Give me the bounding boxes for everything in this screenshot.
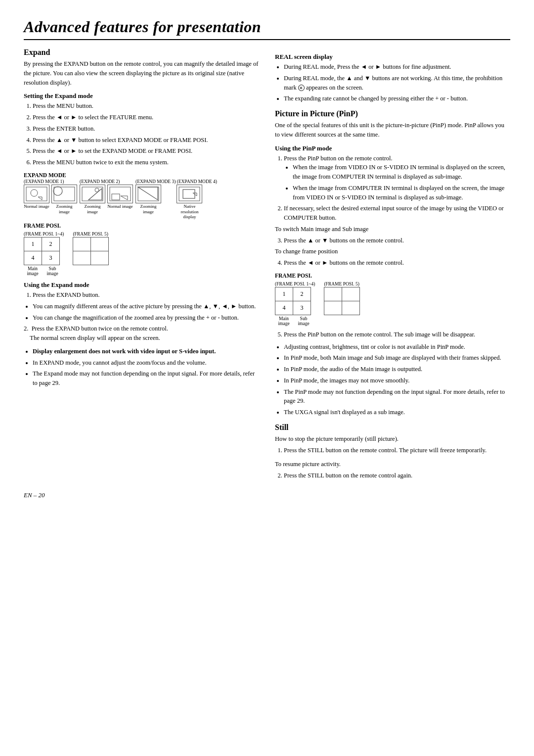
- list-item: Press the PinP button on the remote cont…: [284, 154, 510, 202]
- pinp-step1-bullets: When the image from VIDEO IN or S-VIDEO …: [284, 163, 510, 202]
- svg-rect-3: [54, 187, 75, 201]
- expand-mode-3-group: (EXPAND MODE 3) Zooming image: [135, 179, 176, 215]
- mode-zooming-bl-caption: Zooming image: [135, 204, 161, 215]
- mode-native-img-box: [177, 185, 202, 203]
- using-expand-mode-bullets: Display enlargement does not work with v…: [24, 347, 259, 388]
- mode-normal-image: Normal image: [24, 185, 49, 215]
- mode-zooming-tl-img-box: [51, 185, 77, 203]
- frame-cell-r-2: 2: [293, 287, 311, 301]
- real-screen-bullets: During REAL mode, Press the ◄ or ► butto…: [275, 62, 510, 103]
- list-item: The Expand mode may not function dependi…: [33, 369, 259, 388]
- main-image-caption-left: Mainimage: [24, 266, 42, 276]
- sub-image-caption-right: Subimage: [295, 316, 312, 326]
- svg-marker-2: [38, 197, 42, 200]
- frame-posi-left: (FRAME POSI. 1~4) 1 2 4 3 Mainimage Subi…: [24, 232, 259, 276]
- list-item: Press the ▲ or ▼ buttons on the remote c…: [284, 236, 510, 245]
- mode-zooming-tl-image: Zooming image: [51, 185, 77, 215]
- mode-normal-caption: Normal image: [24, 204, 49, 209]
- svg-point-7: [95, 188, 99, 192]
- frame-posi-right: (FRAME POSI. 1~4) 1 2 4 3 Mainimage Subi…: [275, 282, 510, 326]
- expand-mode-1-group: (EXPAND MODE 1) Normal image: [24, 179, 79, 215]
- setting-expand-mode-title: Setting the Expand mode: [24, 92, 259, 100]
- frame-grid-right: 1 2 4 3: [275, 287, 311, 315]
- frame-posi5-cell-1: [73, 237, 91, 251]
- frame-posi5-r-cell-1: [324, 287, 342, 301]
- expand-mode-4-label: (EXPAND MODE 4): [177, 179, 217, 184]
- list-item: During REAL mode, the ▲ and ▼ buttons ar…: [284, 74, 510, 93]
- list-item: Press the MENU button twice to exit the …: [33, 158, 259, 167]
- frame-posi5-cell-4: [91, 251, 109, 265]
- list-item: If necessary, select the desired externa…: [284, 204, 510, 223]
- pinp-step4-label: To change frame position: [275, 247, 510, 256]
- expand-mode-3-label: (EXPAND MODE 3): [135, 179, 176, 184]
- frame-posi5-r-cell-2: [342, 287, 360, 301]
- expand-section-title: Expand: [24, 48, 259, 57]
- real-screen-title: REAL screen display: [275, 53, 510, 61]
- zooming-tl-svg: [53, 186, 76, 202]
- mode-zooming-bl-img-box: [135, 185, 161, 203]
- list-item: In PinP mode, both Main image and Sub im…: [284, 353, 510, 363]
- svg-rect-0: [26, 187, 47, 201]
- still-intro: How to stop the picture temporarily (sti…: [275, 434, 510, 444]
- list-item: Adjusting contrast, brightness, tint or …: [284, 342, 510, 352]
- page-title: Advanced features for presentation: [24, 18, 510, 36]
- expand-mode-diagram: EXPAND MODE (EXPAND MODE 1): [24, 172, 259, 276]
- frame-posi-1-4-group-right: (FRAME POSI. 1~4) 1 2 4 3 Mainimage Subi…: [275, 282, 315, 326]
- using-pinp-steps: Press the PinP button on the remote cont…: [275, 154, 510, 223]
- mode-normal-sm-caption: Normal image: [107, 204, 133, 209]
- frame-img-captions-left: Mainimage Subimage: [24, 266, 61, 276]
- pinp-step4: Press the ◄ or ► buttons on the remote c…: [275, 258, 510, 268]
- svg-rect-5: [82, 187, 103, 201]
- right-column: REAL screen display During REAL mode, Pr…: [275, 48, 510, 482]
- frame-posi-5-group-left: (FRAME POSI. 5): [73, 232, 109, 265]
- still-steps: Press the STILL button on the remote con…: [275, 446, 510, 455]
- list-item: You can change the magnification of the …: [33, 313, 259, 323]
- list-item: The UXGA signal isn't displayed as a sub…: [284, 408, 510, 417]
- list-item: Press the ▲ or ▼ button to select EXPAND…: [33, 136, 259, 145]
- svg-rect-9: [112, 194, 120, 200]
- frame-posi-5-label-left: (FRAME POSI. 5): [73, 232, 108, 236]
- zooming-bl-svg: [137, 186, 160, 202]
- native-svg: [178, 186, 201, 202]
- list-item: Press the ◄ or ► to select the FEATURE m…: [33, 113, 259, 122]
- list-item: Press the PinP button on the remote cont…: [284, 330, 510, 339]
- frame-img-captions-right: Mainimage Subimage: [275, 316, 312, 326]
- expand-mode-4-inner: Native resolution display: [177, 185, 204, 220]
- normal-sm-svg: [109, 186, 132, 202]
- pinp-bullets-end: Adjusting contrast, brightness, tint or …: [275, 342, 510, 417]
- frame-cell-r-1: 1: [275, 287, 293, 301]
- frame-posi-5-group-right: (FRAME POSI. 5): [324, 282, 360, 315]
- list-item: Display enlargement does not work with v…: [33, 347, 259, 356]
- expand-intro: By pressing the EXPAND button on the rem…: [24, 59, 259, 87]
- mode-zooming-tr-caption: Zooming image: [80, 204, 105, 215]
- frame-posi-1-4-label-right: (FRAME POSI. 1~4): [275, 282, 315, 286]
- frame-posi5-left: [73, 237, 109, 265]
- expand-mode-2-label: (EXPAND MODE 2): [80, 179, 120, 184]
- svg-marker-12: [138, 187, 158, 200]
- expand-mode-label: EXPAND MODE: [24, 172, 259, 178]
- expand-mode-1-label: (EXPAND MODE 1): [24, 179, 64, 184]
- frame-cell-3: 3: [42, 251, 60, 265]
- still-resume-label: To resume picture activity.: [275, 460, 510, 469]
- list-item: In EXPAND mode, you cannot adjust the zo…: [33, 358, 259, 368]
- list-item: During REAL mode, Press the ◄ or ► butto…: [284, 62, 510, 72]
- mode-zooming-bl-image: Zooming image: [135, 185, 161, 215]
- mode-native-caption: Native resolution display: [177, 204, 202, 220]
- frame-posi-1-4-group-left: (FRAME POSI. 1~4) 1 2 4 3 Mainimage Subi…: [24, 232, 64, 276]
- list-item: You can magnify different areas of the a…: [24, 302, 259, 323]
- still-section-title: Still: [275, 423, 510, 432]
- using-expand-mode-steps: Press the EXPAND button. You can magnify…: [24, 290, 259, 343]
- pinp-intro: One of the special features of this unit…: [275, 121, 510, 140]
- mode-normal-img-box: [24, 185, 49, 203]
- list-item: Press the STILL button on the remote con…: [284, 471, 510, 480]
- sub-image-caption-left: Subimage: [44, 266, 61, 276]
- still-step2: Press the STILL button on the remote con…: [275, 471, 510, 480]
- pinp-section-title: Picture in Picture (PinP): [275, 109, 510, 118]
- frame-posi5-right: [324, 287, 360, 315]
- pinp-step3-label: To switch Main image and Sub image: [275, 225, 510, 234]
- list-item: 2. Press the EXPAND button twice on the …: [24, 324, 259, 343]
- main-image-caption-right: Mainimage: [275, 316, 293, 326]
- frame-posi-label-right: FRAME POSI.: [275, 273, 510, 279]
- mode-zooming-tr-image: Zooming image: [80, 185, 105, 215]
- mode-normal-sm-image: Normal image: [107, 185, 133, 215]
